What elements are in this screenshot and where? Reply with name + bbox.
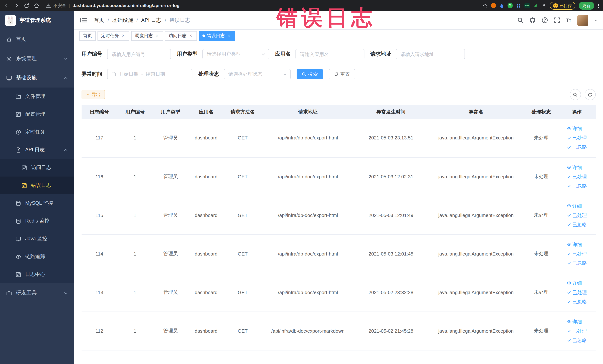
sidebar-item-scheduled-jobs[interactable]: 定时任务 (0, 123, 74, 141)
table-tools (570, 89, 596, 100)
search-icon[interactable] (517, 17, 523, 23)
detail-link[interactable]: 详细 (567, 124, 582, 133)
mark-ignored-link[interactable]: 已忽略 (567, 297, 587, 306)
tab-access-logs[interactable]: 访问日志 × (165, 31, 197, 41)
detail-link[interactable]: 详细 (567, 201, 582, 211)
cell-actions: 详细 已处理 已忽略 (558, 234, 596, 273)
tab-scheduled-jobs[interactable]: 定时任务 × (97, 31, 129, 41)
mark-ignored-link[interactable]: 已忽略 (567, 143, 587, 152)
tab-error-logs[interactable]: 错误日志 × (199, 31, 235, 41)
sidebar-item-tracing[interactable]: 链路追踪 (0, 248, 74, 266)
cell-process-status: 未处理 (524, 157, 558, 196)
tab-home[interactable]: 首页 (79, 31, 96, 41)
sidebar-item-redis-monitor[interactable]: Redis 监控 (0, 212, 74, 230)
help-icon[interactable] (542, 17, 548, 23)
close-icon[interactable]: × (155, 33, 159, 38)
col-exception-name: 异常名 (428, 105, 524, 119)
sidebar-item-log-center[interactable]: 日志中心 (0, 266, 74, 283)
cell-request-url: /api/infra/db-doc/export-html (262, 157, 354, 196)
sidebar-item-java-monitor[interactable]: Java 监控 (0, 230, 74, 248)
breadcrumb-item[interactable]: 基础设施 (112, 17, 133, 23)
breadcrumb-item[interactable]: API 日志 (141, 17, 162, 23)
security-label[interactable]: 不安全 (53, 3, 66, 8)
mark-processed-link[interactable]: 已处理 (567, 249, 587, 258)
sidebar-item-system-management[interactable]: 系统管理 (0, 49, 74, 68)
forward-icon[interactable] (14, 3, 19, 8)
close-icon[interactable]: × (188, 33, 193, 38)
process-status-select[interactable]: 请选择处理状态 (224, 69, 291, 79)
breadcrumb-item[interactable]: 首页 (94, 17, 104, 23)
extension-icon-drop[interactable] (499, 3, 504, 8)
sidebar-item-api-logs[interactable]: API 日志 (0, 141, 74, 159)
detail-link[interactable]: 详细 (567, 317, 582, 326)
detail-link[interactable]: 详细 (567, 278, 582, 288)
search-button[interactable]: 搜索 (297, 69, 323, 79)
mark-ignored-link[interactable]: 已忽略 (567, 220, 587, 229)
mark-processed-link[interactable]: 已处理 (567, 211, 587, 220)
avatar-caret-icon[interactable] (594, 20, 597, 23)
sidebar-item-file-management[interactable]: 文件管理 (0, 88, 74, 105)
refresh-button[interactable] (584, 89, 596, 100)
font-size-icon[interactable]: TT (566, 17, 571, 23)
user-id-input[interactable] (107, 49, 171, 59)
cell-user-id: 1 (117, 157, 153, 196)
sidebar-item-mysql-monitor[interactable]: MySQL 监控 (0, 194, 74, 212)
close-icon[interactable]: × (227, 33, 231, 38)
date-range-picker[interactable]: 开始日期 - 结束日期 (107, 69, 192, 79)
mark-ignored-link[interactable]: 已忽略 (567, 181, 587, 190)
extension-icon-grid[interactable] (516, 3, 521, 8)
logo[interactable]: 芋道管理系统 (0, 11, 74, 30)
col-user-type: 用户类型 (153, 105, 188, 119)
chevron-down-icon (64, 57, 68, 61)
reload-icon[interactable] (24, 3, 29, 8)
mark-processed-link[interactable]: 已处理 (567, 172, 587, 181)
table-row: 117 1 管理员 dashboard GET /api/infra/db-do… (81, 119, 596, 157)
app-name-input[interactable] (295, 49, 364, 59)
browser-menu-kebab-icon[interactable] (597, 3, 599, 8)
mark-processed-link[interactable]: 已处理 (567, 288, 587, 297)
tab-schedule-logs[interactable]: 调度日志 × (131, 31, 163, 41)
url-text[interactable]: dashboard.yudao.iocoder.cn/infra/log/api… (72, 3, 179, 8)
sidebar-item-dev-tools[interactable]: 研发工具 (0, 283, 74, 303)
sidebar-item-infrastructure[interactable]: 基础设施 (0, 68, 74, 88)
sidebar-item-config-management[interactable]: 配置管理 (0, 105, 74, 123)
log-center-icon (16, 272, 21, 277)
browser-home-icon[interactable] (34, 3, 39, 8)
mark-processed-link[interactable]: 已处理 (567, 326, 587, 335)
reset-button[interactable]: 重置 (329, 69, 355, 79)
extension-icon-orange[interactable] (491, 3, 496, 8)
back-icon[interactable] (4, 3, 9, 8)
mark-ignored-link[interactable]: 已忽略 (567, 335, 587, 345)
app-title: 芋道管理系统 (20, 17, 51, 24)
mark-ignored-link[interactable]: 已忽略 (567, 258, 587, 268)
address-bar[interactable]: 不安全 | dashboard.yudao.iocoder.cn/infra/l… (43, 1, 479, 10)
extensions-pin-icon[interactable] (542, 3, 546, 8)
infrastructure-icon (6, 75, 12, 81)
col-process-status: 处理状态 (524, 105, 558, 119)
export-button[interactable]: 导出 (81, 90, 105, 99)
toggle-search-button[interactable] (570, 89, 581, 100)
hamburger-icon[interactable] (80, 17, 87, 23)
sidebar-item-home[interactable]: 首页 (0, 30, 74, 49)
paused-badge[interactable]: 已暂停 (550, 2, 575, 10)
github-icon[interactable] (529, 17, 536, 23)
bookmark-star-icon[interactable] (483, 3, 487, 8)
fullscreen-icon[interactable] (554, 17, 560, 23)
extension-icon-on[interactable]: on (524, 3, 530, 8)
cell-exception-name: java.lang.IllegalArgumentException (428, 157, 524, 196)
extension-icon-leaf[interactable] (533, 3, 538, 8)
user-type-select[interactable]: 请选择用户类型 (202, 49, 269, 59)
avatar[interactable] (577, 15, 588, 26)
sidebar-item-access-logs[interactable]: 访问日志 (0, 159, 74, 176)
extension-icon-y[interactable]: Y (507, 3, 512, 8)
cell-app-name: dashboard (188, 312, 224, 350)
header-actions: TT (517, 15, 597, 26)
detail-link[interactable]: 详细 (567, 163, 582, 172)
detail-link[interactable]: 详细 (567, 240, 582, 249)
request-url-input[interactable] (396, 49, 465, 59)
update-button[interactable]: 更新 (579, 2, 594, 10)
mark-processed-link[interactable]: 已处理 (567, 133, 587, 143)
sidebar-item-error-logs[interactable]: 错误日志 (0, 176, 74, 194)
close-icon[interactable]: × (121, 33, 126, 38)
cell-user-type: 管理员 (153, 119, 188, 157)
